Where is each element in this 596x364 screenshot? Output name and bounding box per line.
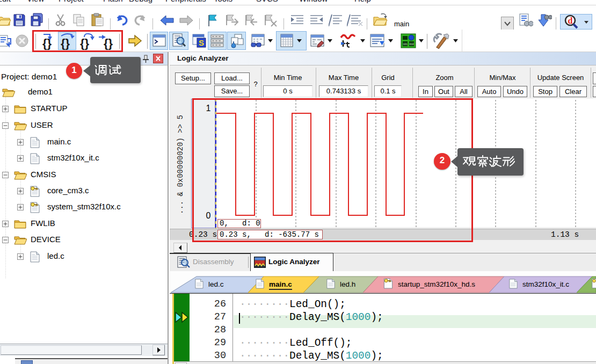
svg-text:d: d — [568, 16, 573, 25]
svg-text:010: 010 — [410, 43, 414, 46]
svg-text:101: 101 — [403, 43, 408, 46]
svg-text:S: S — [199, 38, 204, 47]
